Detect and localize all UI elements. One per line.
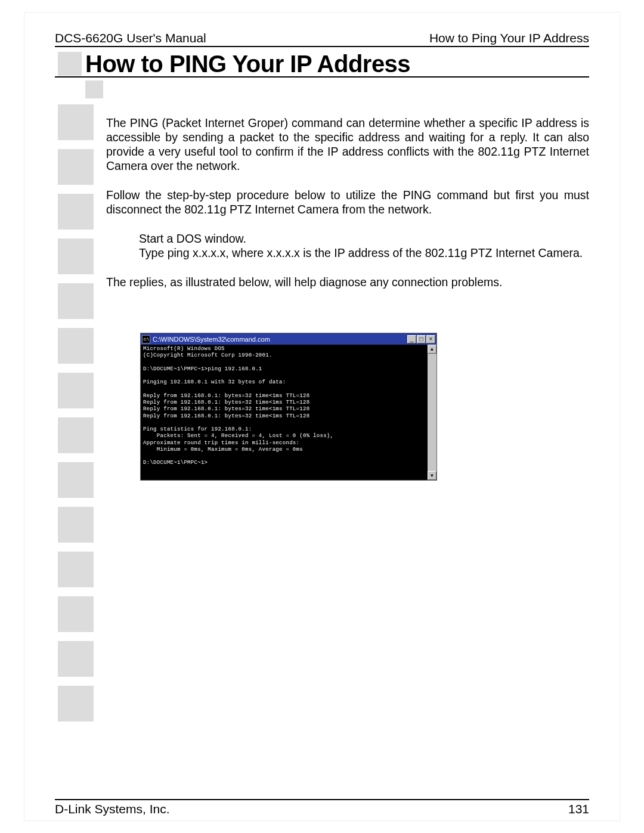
title-rule (55, 76, 589, 78)
footer-rule (55, 799, 589, 800)
body-text: The PING (Packet Internet Groper) comman… (106, 116, 589, 290)
paragraph: The PING (Packet Internet Groper) comman… (106, 116, 589, 174)
deco-square (58, 104, 94, 140)
header-rule (55, 46, 589, 47)
step-line: Type ping x.x.x.x, where x.x.x.x is the … (139, 246, 589, 261)
step-line: Start a DOS window. (139, 232, 589, 246)
page-title: How to PING Your IP Address (85, 51, 410, 78)
cmd-icon: c:\ (142, 335, 150, 343)
manual-page: DCS-6620G User's Manual How to Ping Your… (0, 0, 644, 833)
deco-square (58, 417, 94, 453)
deco-square (58, 507, 94, 543)
deco-square (58, 552, 94, 587)
deco-square (58, 52, 82, 76)
maximize-button[interactable]: □ (417, 335, 426, 343)
page-footer: D-Link Systems, Inc. 131 (55, 802, 589, 816)
deco-square (58, 149, 94, 185)
scroll-down-button[interactable]: ▼ (428, 471, 436, 480)
deco-square-column (58, 104, 100, 730)
page-header: DCS-6620G User's Manual How to Ping Your… (55, 30, 589, 45)
deco-square (58, 194, 94, 230)
deco-square (58, 239, 94, 274)
deco-square (85, 80, 103, 98)
dos-title: C:\WINDOWS\System32\command.com (153, 336, 270, 343)
footer-company: D-Link Systems, Inc. (55, 802, 170, 816)
steps-block: Start a DOS window. Type ping x.x.x.x, w… (139, 232, 589, 261)
deco-square (58, 373, 94, 408)
deco-square (58, 462, 94, 498)
deco-square (58, 328, 94, 364)
deco-square (58, 596, 94, 632)
minimize-button[interactable]: _ (407, 335, 416, 343)
paragraph: The replies, as illustrated below, will … (106, 275, 589, 290)
deco-square (58, 641, 94, 677)
scrollbar[interactable]: ▲ ▼ (428, 345, 436, 480)
footer-page-number: 131 (568, 802, 589, 816)
dos-output: Microsoft(R) Windows DOS (C)Copyright Mi… (141, 345, 428, 480)
paragraph: Follow the step-by-step procedure below … (106, 188, 589, 217)
dos-body-wrap: Microsoft(R) Windows DOS (C)Copyright Mi… (141, 345, 436, 480)
header-right: How to Ping Your IP Address (429, 31, 589, 45)
dos-window: c:\ C:\WINDOWS\System32\command.com _ □ … (140, 333, 437, 481)
header-left: DCS-6620G User's Manual (55, 31, 206, 45)
close-button[interactable]: × (426, 335, 435, 343)
deco-square (58, 283, 94, 319)
deco-square (58, 686, 94, 721)
dos-titlebar: c:\ C:\WINDOWS\System32\command.com _ □ … (141, 333, 436, 345)
scroll-up-button[interactable]: ▲ (428, 345, 436, 354)
